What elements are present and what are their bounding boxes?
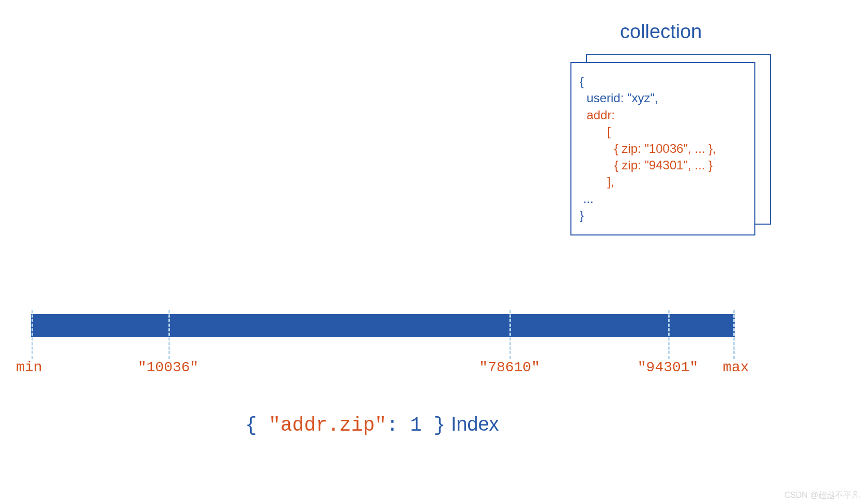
- doc-close-brace: }: [580, 207, 746, 224]
- tick-label: "94301": [638, 359, 699, 375]
- doc-zip2: { zip: "94301", ... }: [580, 157, 746, 174]
- index-bar-wrapper: min"10036""78610""94301"max: [31, 314, 735, 337]
- tick-line: [733, 310, 735, 359]
- document-box-front: { userid: "xyz", addr: [ { zip: "10036",…: [570, 62, 755, 235]
- index-key: "addr.zip": [269, 414, 386, 436]
- tick-label: min: [16, 359, 42, 375]
- tick-line: [168, 310, 170, 359]
- index-bar: [31, 314, 735, 337]
- tick-line: [668, 310, 670, 359]
- doc-addr-line: addr:: [580, 107, 746, 123]
- tick-label: max: [723, 359, 749, 375]
- index-title: { "addr.zip": 1 } Index: [0, 413, 744, 436]
- doc-arr-close: ],: [580, 174, 746, 190]
- index-close-brace: }: [434, 414, 445, 436]
- doc-userid-line: userid: "xyz",: [580, 90, 746, 106]
- doc-open-brace: {: [580, 73, 746, 90]
- tick-label: "78610": [479, 359, 540, 375]
- tick-line: [509, 310, 511, 359]
- tick-line: [32, 310, 33, 359]
- collection-title: collection: [620, 21, 702, 43]
- doc-ellipsis: ...: [580, 191, 746, 207]
- index-open-brace: {: [245, 414, 269, 436]
- index-word: Index: [445, 413, 499, 435]
- index-val: : 1: [386, 414, 434, 436]
- doc-zip1: { zip: "10036", ... },: [580, 140, 746, 157]
- doc-arr-open: [: [580, 123, 746, 140]
- watermark: CSDN @超越不平凡: [784, 490, 860, 501]
- tick-label: "10036": [138, 359, 199, 375]
